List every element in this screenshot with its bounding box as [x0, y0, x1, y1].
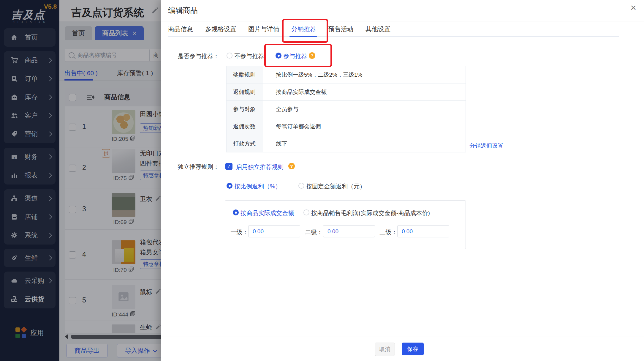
radio-fixed-rebate[interactable]: [298, 183, 304, 189]
cancel-button[interactable]: 取消: [375, 343, 395, 356]
distribution-rules-table: 奖励规则 按比例一级5%，二级2%，三级1% 返佣规则 按商品实际成交金额 参与…: [226, 66, 466, 152]
tab-product-info[interactable]: 商品信息: [168, 25, 192, 33]
level1-label: 一级：: [230, 228, 248, 236]
edit-product-modal: 编辑商品 × 商品信息 多规格设置 图片与详情 分销推荐 预售活动 其他设置 是…: [161, 0, 644, 361]
divider: [161, 337, 644, 337]
tab-other-settings[interactable]: 其他设置: [365, 25, 389, 33]
table-row: 返佣规则 按商品实际成交金额: [227, 83, 466, 101]
participate-label: 是否参与推荐：: [161, 52, 219, 60]
table-row: 奖励规则 按比例一级5%，二级2%，三级1%: [227, 66, 466, 83]
rule-value: 按商品实际成交金额: [262, 83, 466, 100]
rule-value: 全员参与: [262, 101, 466, 118]
rule-value: 按比例一级5%，二级2%，三级1%: [262, 66, 466, 83]
save-button[interactable]: 保存: [402, 343, 424, 355]
radio-gross-profit-label[interactable]: 按商品销售毛利润(实际成交金额-商品成本价): [311, 209, 430, 217]
modal-tabs: 商品信息 多规格设置 图片与详情 分销推荐 预售活动 其他设置: [168, 21, 389, 37]
level2-label: 二级：: [305, 228, 323, 236]
level3-input[interactable]: [397, 225, 449, 237]
tab-images-details[interactable]: 图片与详情: [248, 25, 278, 33]
level3-label: 三级：: [379, 228, 397, 236]
active-tab-underline: [289, 36, 317, 37]
table-row: 返佣次数 每笔订单都会返佣: [227, 118, 466, 135]
rule-value: 线下: [262, 135, 466, 152]
table-row: 打款方式 线下: [227, 135, 466, 152]
tab-presale[interactable]: 预售活动: [328, 25, 352, 33]
rule-value: 每笔订单都会返佣: [262, 118, 466, 135]
close-icon[interactable]: ×: [630, 2, 636, 12]
level2-input[interactable]: [323, 225, 375, 237]
help-icon[interactable]: ?: [309, 52, 315, 59]
table-row: 参与对象 全员参与: [227, 101, 466, 118]
enable-independent-checkbox[interactable]: ✓: [225, 163, 232, 170]
radio-participate-label[interactable]: 参与推荐: [283, 52, 307, 60]
radio-percent-rebate-label[interactable]: 按比例返利（%）: [234, 182, 281, 190]
radio-actual-amount-label[interactable]: 按商品实际成交金额: [240, 209, 294, 217]
distribution-settings-link[interactable]: 分销返佣设置: [469, 142, 503, 150]
rule-label: 参与对象: [227, 101, 262, 118]
rule-label: 返佣次数: [227, 118, 262, 135]
radio-percent-rebate[interactable]: [227, 183, 232, 189]
rule-label: 打款方式: [227, 135, 262, 152]
tab-multi-spec[interactable]: 多规格设置: [205, 25, 235, 33]
modal-title: 编辑商品: [168, 5, 198, 15]
level1-input[interactable]: [248, 225, 300, 237]
button-label: 保存: [407, 345, 418, 353]
rule-label: 返佣规则: [227, 83, 262, 100]
radio-not-participate[interactable]: [227, 53, 232, 59]
radio-actual-amount[interactable]: [233, 209, 239, 215]
tab-distribution[interactable]: 分销推荐: [291, 25, 315, 33]
radio-gross-profit[interactable]: [303, 209, 309, 215]
rebate-base-panel: 按商品实际成交金额 按商品销售毛利润(实际成交金额-商品成本价) 一级： 二级：…: [225, 200, 466, 249]
independent-rule-label: 独立推荐规则：: [161, 163, 219, 171]
tab-strip-border: [168, 36, 619, 37]
radio-not-participate-label[interactable]: 不参与推荐: [234, 52, 264, 60]
radio-fixed-rebate-label[interactable]: 按固定金额返利（元）: [306, 182, 365, 190]
radio-participate[interactable]: [276, 53, 281, 59]
rule-label: 奖励规则: [227, 66, 262, 83]
enable-independent-label[interactable]: 启用独立推荐规则: [236, 163, 284, 171]
button-label: 取消: [379, 346, 390, 353]
help-icon[interactable]: ?: [288, 163, 295, 169]
